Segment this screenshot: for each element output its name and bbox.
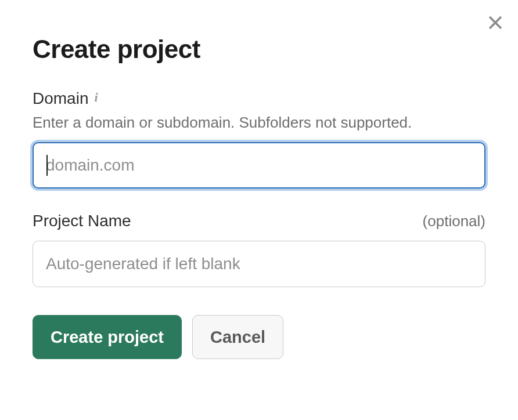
project-name-input[interactable] [33,241,485,287]
domain-label-text: Domain [33,89,88,108]
cancel-button[interactable]: Cancel [192,315,283,359]
domain-group: Domain i Enter a domain or subdomain. Su… [33,89,485,189]
close-icon[interactable] [485,13,505,35]
project-name-label: Project Name [33,212,131,230]
create-project-modal: Create project Domain i Enter a domain o… [0,0,518,382]
project-name-label-text: Project Name [33,212,131,230]
domain-hint: Enter a domain or subdomain. Subfolders … [33,114,485,132]
domain-label: Domain i [33,89,98,108]
info-icon[interactable]: i [94,91,98,104]
optional-tag: (optional) [423,212,485,230]
create-project-button[interactable]: Create project [33,315,182,359]
modal-title: Create project [33,35,485,64]
button-row: Create project Cancel [33,315,485,359]
project-name-group: Project Name (optional) [33,212,485,287]
domain-input[interactable] [33,142,485,189]
text-caret [46,155,48,176]
